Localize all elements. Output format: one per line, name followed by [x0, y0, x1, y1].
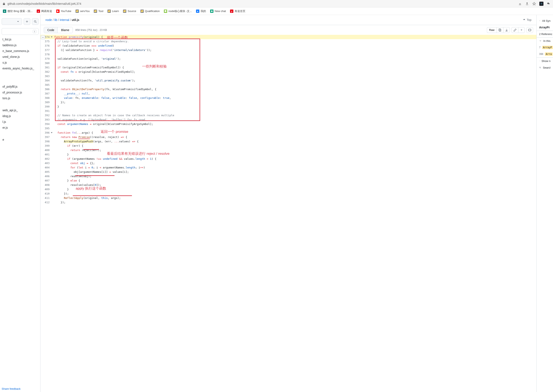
line-number[interactable]: 402 [40, 157, 53, 161]
file-item[interactable]: idog.js [0, 113, 40, 119]
line-number[interactable]: 382 [40, 70, 53, 74]
line-number[interactable]: 384 [40, 78, 53, 83]
bookmark-item[interactable]: 📁Qualification [139, 9, 162, 14]
file-item[interactable] [0, 71, 40, 77]
line-number[interactable]: 381 [40, 65, 53, 70]
breadcrumb-link[interactable]: node [45, 18, 52, 21]
line-number[interactable]: 396 [40, 131, 53, 135]
file-item[interactable]: l.js [0, 119, 40, 125]
line-number[interactable]: 399 [40, 144, 53, 148]
line-number[interactable]: 394 [40, 122, 53, 126]
in-this-file-toggle[interactable]: In this [537, 37, 553, 44]
line-number[interactable]: 397 [40, 135, 53, 139]
line-number[interactable]: 388 [40, 96, 53, 100]
file-item[interactable]: e [0, 137, 40, 143]
bookmark-item[interactable]: ◆New chat [208, 9, 228, 14]
symbols-toggle-button[interactable] [526, 27, 533, 33]
line-number[interactable]: 389 [40, 100, 53, 105]
line-number[interactable]: 398 [40, 139, 53, 144]
references-count[interactable]: 2 Referenc [537, 31, 553, 37]
bookmark-item[interactable]: ⬢node核心模块 -文... [162, 8, 194, 14]
bookmark-item[interactable]: 📁Tool [92, 9, 105, 14]
breadcrumb-link[interactable]: internal [60, 18, 69, 21]
bookmark-item[interactable]: y有道首页 [228, 8, 247, 14]
extension-icon[interactable]: ⚛ [539, 2, 544, 6]
search-repo-button[interactable]: Searcl [537, 64, 553, 71]
line-number[interactable]: 403 [40, 161, 53, 165]
star-icon[interactable] [532, 2, 536, 6]
raw-button[interactable]: Raw [487, 27, 496, 33]
line-number[interactable]: 386 [40, 87, 53, 91]
download-button[interactable] [503, 27, 510, 33]
line-number[interactable]: 406 [40, 174, 53, 178]
tab-blame[interactable]: Blame [58, 27, 73, 33]
scroll-to-top-button[interactable]: Top [523, 18, 531, 21]
file-item[interactable]: t_list.js [0, 36, 40, 42]
line-number[interactable]: 408 [40, 183, 53, 187]
file-item[interactable]: _web_api.js [0, 107, 40, 113]
file-item[interactable]: _events_async_hooks.js [0, 65, 40, 71]
line-number[interactable]: 385 [40, 83, 53, 87]
line-number[interactable]: 409 [40, 187, 53, 191]
line-number[interactable]: 380 [40, 61, 53, 65]
line-number[interactable]: 400 [40, 148, 53, 152]
line-number[interactable]: 407 [40, 178, 53, 183]
edit-dropdown[interactable] [518, 27, 525, 33]
file-item[interactable]: of_processor.js [0, 90, 40, 95]
line-number[interactable]: 378 [40, 52, 53, 56]
all-symbols-link[interactable]: All Syn [537, 17, 553, 24]
line-number[interactable]: 379 [40, 56, 53, 61]
file-item[interactable] [0, 77, 40, 84]
line-number[interactable]: 405 [40, 170, 53, 174]
share-feedback-link[interactable]: Share feedback [2, 387, 21, 390]
file-item[interactable]: taddress.js [0, 42, 40, 48]
file-item[interactable]: tors.js [0, 95, 40, 101]
line-number[interactable]: 412 [40, 200, 53, 204]
line-number[interactable]: 374 [40, 35, 53, 39]
url-text[interactable]: github.com/nodejs/node/blob/main/lib/int… [7, 2, 518, 5]
line-number[interactable]: 411 [40, 196, 53, 200]
file-item[interactable]: ured_clone.js [0, 54, 40, 60]
code-area[interactable]: ⋯ 374function promisify(original) {375 /… [40, 35, 536, 392]
line-number[interactable]: 410 [40, 191, 53, 196]
line-number[interactable]: 383 [40, 74, 53, 78]
file-item[interactable]: of_polyfill.js [0, 84, 40, 90]
line-number[interactable]: 390 [40, 105, 53, 109]
line-number[interactable]: 376 [40, 43, 53, 48]
branch-selector[interactable] [2, 18, 22, 25]
search-files-button[interactable] [32, 18, 39, 25]
file-search-input[interactable]: t [2, 28, 39, 35]
line-number[interactable]: 401 [40, 152, 53, 157]
line-number[interactable]: 404 [40, 165, 53, 170]
file-item[interactable] [0, 131, 40, 137]
line-number[interactable]: 375 [40, 39, 53, 43]
copy-button[interactable] [496, 27, 503, 33]
line-number[interactable]: 395 [40, 126, 53, 131]
line-number[interactable]: 387 [40, 91, 53, 96]
file-item[interactable] [0, 101, 40, 107]
add-file-button[interactable] [24, 18, 30, 25]
reference-item[interactable]: 7ArrayP [537, 44, 553, 51]
bookmark-item[interactable]: ▶YouTube [55, 9, 73, 14]
bookmark-item[interactable]: b微软 Bing 搜索 - 国... [1, 8, 34, 14]
line-number[interactable]: 391 [40, 109, 53, 113]
bookmark-item[interactable]: 📁Learn [106, 9, 121, 14]
line-number[interactable]: 393 [40, 118, 53, 122]
file-item[interactable]: s.js [0, 60, 40, 65]
bookmark-item[interactable]: y网易有道 [35, 8, 54, 14]
breadcrumb-link[interactable]: lib [54, 18, 57, 21]
line-number[interactable]: 392 [40, 113, 53, 118]
file-item[interactable]: er.js [0, 125, 40, 131]
line-number[interactable]: 377 [40, 48, 53, 52]
edit-button[interactable] [511, 27, 518, 33]
download-icon[interactable] [518, 2, 522, 6]
reference-item[interactable]: 398Arra [537, 51, 553, 57]
bookmark-item[interactable]: ●我的 [194, 8, 208, 14]
tab-code[interactable]: Code [44, 27, 57, 33]
share-icon[interactable] [525, 2, 529, 6]
bookmark-item[interactable]: 📁Source [121, 9, 138, 14]
show-more-button[interactable]: Show n [537, 57, 553, 64]
puzzle-icon[interactable] [547, 2, 551, 6]
bookmark-item[interactable]: 📁servYou [74, 9, 92, 14]
file-item[interactable]: n_base_commons.js [0, 48, 40, 54]
